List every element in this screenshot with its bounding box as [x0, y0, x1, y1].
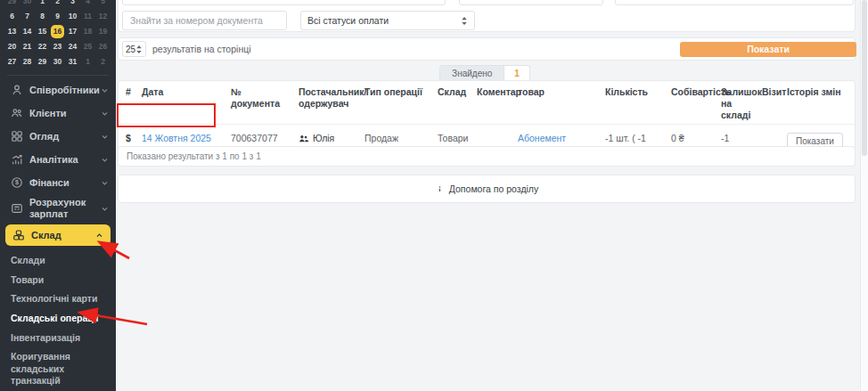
warehouse-icon: [12, 229, 25, 241]
filter-input-cutoff-1[interactable]: [122, 0, 446, 5]
calendar-day[interactable]: 15: [35, 24, 50, 39]
analytics-icon: [11, 153, 23, 166]
sidebar-item-label: Склад: [31, 230, 92, 241]
filter-input-cutoff-3[interactable]: [615, 0, 854, 5]
submenu-item-inventory[interactable]: Інвентаризація: [11, 329, 116, 348]
sidebar-item-label: Розрахунок зарплат: [29, 197, 90, 219]
finance-icon: $: [11, 176, 23, 189]
calendar-day[interactable]: 7: [20, 9, 35, 24]
calendar-day[interactable]: 19: [95, 24, 111, 39]
scrollbar-thumb[interactable]: [862, 0, 867, 156]
show-button[interactable]: Показати: [680, 42, 856, 57]
calendar-day[interactable]: 2: [50, 0, 65, 9]
calendar-day[interactable]: 14: [20, 24, 35, 39]
calendar-selected-day-label: 16: [51, 25, 64, 38]
col-header-counterparty: Постачальник/одержувач: [291, 81, 357, 125]
sidebar-item-warehouse[interactable]: Склад: [5, 224, 111, 246]
calendar-day[interactable]: 20: [4, 39, 20, 54]
select-stepper-icon: [135, 45, 143, 54]
page-scrollbar: [860, 0, 868, 391]
calendar-day[interactable]: 6: [4, 9, 20, 24]
calendar-day[interactable]: 12: [95, 9, 111, 24]
chevron-down-icon: [101, 110, 109, 118]
row-counterparty[interactable]: Юлія: [299, 133, 350, 144]
sidebar-item-overview[interactable]: Огляд: [0, 125, 116, 148]
calendar-day[interactable]: 29: [35, 54, 50, 69]
document-number-search-input[interactable]: [122, 11, 287, 30]
calendar-day[interactable]: 4: [80, 0, 95, 9]
sidebar-item-label: Аналітика: [29, 154, 90, 166]
sidebar-item-payroll[interactable]: Розрахунок зарплат: [0, 194, 116, 223]
col-header-date: Дата: [135, 81, 224, 125]
sidebar-menu: Співробітники Клієнти Огляд Аналітика $ …: [0, 78, 116, 391]
per-page-label: результатів на сторінці: [152, 41, 251, 57]
calendar-day[interactable]: 10: [65, 9, 80, 24]
submenu-item-stock-adjustments[interactable]: Коригування складських транзакцій: [11, 347, 116, 391]
mini-calendar: 29 30 1 2 3 4 5 6 7 8 9 10 11 12 13 14 1…: [0, 0, 116, 69]
calendar-day[interactable]: 3: [65, 0, 80, 9]
sidebar-item-analytics[interactable]: Аналітика: [0, 148, 116, 171]
calendar-day[interactable]: 13: [4, 24, 20, 39]
submenu-item-warehouses[interactable]: Склади: [11, 251, 116, 271]
calendar-day[interactable]: 26: [95, 39, 111, 54]
calendar-day[interactable]: 1: [35, 0, 50, 9]
calendar-day[interactable]: 8: [35, 9, 50, 24]
person-icon: [11, 84, 23, 96]
calendar-day[interactable]: 23: [50, 39, 65, 54]
calendar-day[interactable]: 2: [95, 54, 111, 69]
info-icon: [435, 184, 445, 194]
col-header-comment: Коментар: [470, 81, 511, 125]
submenu-item-tech-cards[interactable]: Технологічні карти: [11, 289, 116, 309]
submenu-item-products[interactable]: Товари: [11, 271, 116, 290]
col-header-doc-number: № документа: [224, 81, 291, 125]
warehouse-submenu: Склади Товари Технологічні карти Складсь…: [0, 248, 116, 391]
help-link[interactable]: Допомога по розділу: [449, 183, 538, 194]
calendar-day[interactable]: 30: [50, 54, 65, 69]
results-summary: Показано результати з 1 по 1 з 1: [118, 146, 856, 167]
sidebar-item-label: Огляд: [29, 131, 90, 143]
sidebar-item-employees[interactable]: Співробітники: [0, 78, 116, 102]
col-header-history: Історія змін: [780, 81, 856, 125]
help-panel: Допомога по розділу: [118, 175, 856, 203]
main-content: Всі статуси оплати 25 результатів на сто…: [116, 0, 868, 391]
chevron-down-icon: [101, 86, 109, 94]
calendar-day[interactable]: 29: [4, 0, 20, 9]
calendar-day[interactable]: 30: [20, 0, 35, 9]
col-header-index: #: [119, 81, 135, 125]
chevron-down-icon: [101, 156, 109, 164]
select-stepper-icon: [461, 16, 468, 26]
calendar-day[interactable]: 28: [20, 54, 35, 69]
svg-text:$: $: [15, 179, 19, 186]
sidebar: 29 30 1 2 3 4 5 6 7 8 9 10 11 12 13 14 1…: [0, 0, 116, 391]
calendar-day[interactable]: 18: [80, 24, 95, 39]
calendar-day[interactable]: 9: [50, 9, 65, 24]
calendar-day[interactable]: 17: [65, 24, 80, 39]
chevron-down-icon: [101, 179, 109, 187]
calendar-day-selected[interactable]: 16: [50, 24, 65, 39]
filter-input-cutoff-2[interactable]: [459, 0, 603, 5]
row-counterparty-name: Юлія: [313, 133, 334, 144]
calendar-day[interactable]: 11: [80, 9, 95, 24]
sidebar-item-clients[interactable]: Клієнти: [0, 102, 116, 125]
per-page-select[interactable]: 25: [122, 41, 146, 57]
calendar-day[interactable]: 25: [80, 39, 95, 54]
payroll-icon: [11, 202, 23, 215]
sidebar-item-finance[interactable]: $ Фінанси: [0, 171, 116, 194]
calendar-day[interactable]: 31: [65, 54, 80, 69]
calendar-day[interactable]: 27: [4, 54, 20, 69]
sidebar-item-label: Фінанси: [29, 177, 90, 189]
calendar-day[interactable]: 24: [65, 39, 80, 54]
col-header-product: товар: [511, 81, 598, 125]
table-header-row: # Дата № документа Постачальник/одержува…: [119, 81, 856, 125]
payment-status-select[interactable]: Всі статуси оплати: [300, 11, 475, 30]
chevron-down-icon: [101, 205, 109, 213]
calendar-day[interactable]: 5: [95, 0, 111, 9]
col-header-warehouse: Склад: [430, 81, 470, 125]
calendar-day[interactable]: 1: [80, 54, 95, 69]
calendar-day[interactable]: 21: [20, 39, 35, 54]
users-icon: [299, 134, 309, 144]
col-header-quantity: Кількість: [598, 81, 664, 125]
calendar-day[interactable]: 22: [35, 39, 50, 54]
payment-status-value: Всі статуси оплати: [307, 15, 461, 26]
submenu-item-warehouse-operations[interactable]: Складські операції: [11, 309, 116, 329]
